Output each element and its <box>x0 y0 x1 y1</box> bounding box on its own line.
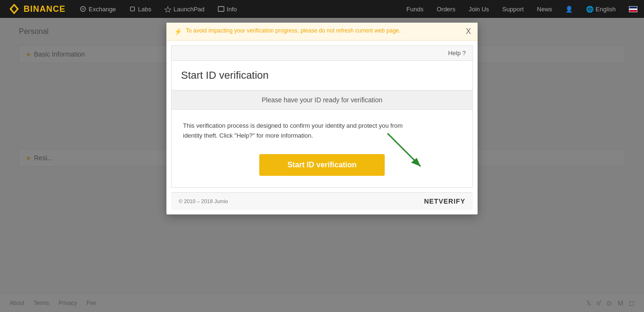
modal-overlay: ⚡ To avoid impacting your verification p… <box>0 18 644 312</box>
modal-subtitle: Please have your ID ready for verificati… <box>172 90 472 110</box>
main-nav: Exchange Labs LaunchPad Info <box>73 0 400 18</box>
binance-logo-icon <box>8 2 21 16</box>
help-link[interactable]: Help ? <box>448 49 466 57</box>
info-icon <box>218 6 224 12</box>
logo[interactable]: BINANCE <box>0 2 73 16</box>
launchpad-icon <box>165 6 171 12</box>
modal-close-button[interactable]: X <box>466 27 471 36</box>
svg-rect-5 <box>218 7 224 12</box>
globe-icon <box>586 6 594 13</box>
person-icon <box>565 6 573 13</box>
join-us-link[interactable]: Join Us <box>462 0 495 18</box>
modal-body: This verification process is designed to… <box>172 110 472 187</box>
logo-text: BINANCE <box>24 4 66 14</box>
funds-link[interactable]: Funds <box>400 0 430 18</box>
modal-warning-bar: ⚡ To avoid impacting your verification p… <box>166 23 478 41</box>
modal-footer: © 2010 – 2018 Jumio NETVERIFY <box>171 192 473 210</box>
language-selector[interactable]: English <box>579 0 622 18</box>
header: BINANCE Exchange Labs LaunchPad Info Fun… <box>0 0 644 18</box>
nav-item-labs[interactable]: Labs <box>123 0 158 18</box>
modal-inner-header: Help ? <box>172 46 472 61</box>
account-icon[interactable] <box>559 0 579 18</box>
header-right: Funds Orders Join Us Support News Englis… <box>400 0 644 18</box>
exchange-icon <box>80 6 86 12</box>
svg-rect-4 <box>130 7 134 11</box>
modal-copyright: © 2010 – 2018 Jumio <box>179 198 228 204</box>
support-link[interactable]: Support <box>495 0 530 18</box>
modal-warning-text: To avoid impacting your verification pro… <box>186 27 401 34</box>
nav-item-exchange[interactable]: Exchange <box>73 0 123 18</box>
modal-body-text: This verification process is designed to… <box>183 121 419 141</box>
orders-link[interactable]: Orders <box>430 0 462 18</box>
us-flag-icon <box>629 6 637 12</box>
start-verification-button[interactable]: Start ID verification <box>259 154 385 176</box>
modal-inner: Help ? Start ID verification Please have… <box>171 45 473 188</box>
labs-icon <box>129 6 136 12</box>
modal-dialog: ⚡ To avoid impacting your verification p… <box>166 23 478 214</box>
svg-marker-7 <box>411 158 421 166</box>
warning-icon: ⚡ <box>174 28 182 35</box>
flag-icon-container[interactable] <box>622 0 644 18</box>
modal-title-section: Start ID verification <box>172 61 472 90</box>
nav-item-info[interactable]: Info <box>211 0 244 18</box>
nav-item-launchpad[interactable]: LaunchPad <box>158 0 211 18</box>
netverify-brand: NETVERIFY <box>424 197 465 205</box>
modal-title: Start ID verification <box>181 69 463 82</box>
news-link[interactable]: News <box>530 0 559 18</box>
